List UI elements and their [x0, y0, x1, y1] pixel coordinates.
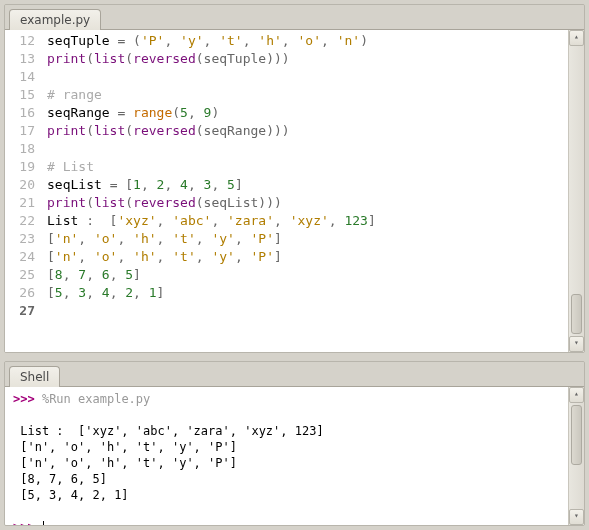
code-line[interactable]	[47, 302, 568, 320]
scroll-thumb[interactable]	[571, 294, 582, 334]
code-area[interactable]: seqTuple = ('P', 'y', 't', 'h', 'o', 'n'…	[43, 30, 568, 352]
scroll-up-icon[interactable]: ▴	[569, 30, 584, 46]
line-number: 22	[5, 212, 35, 230]
line-number: 16	[5, 104, 35, 122]
shell-line: >>>	[13, 519, 564, 525]
code-line[interactable]: seqTuple = ('P', 'y', 't', 'h', 'o', 'n'…	[47, 32, 568, 50]
line-number: 25	[5, 266, 35, 284]
editor-body[interactable]: 12131415161718192021222324252627 seqTupl…	[5, 30, 584, 352]
line-number: 14	[5, 68, 35, 86]
code-line[interactable]	[47, 68, 568, 86]
code-line[interactable]: print(list(reversed(seqList)))	[47, 194, 568, 212]
code-line[interactable]: List : ['xyz', 'abc', 'zara', 'xyz', 123…	[47, 212, 568, 230]
line-number: 17	[5, 122, 35, 140]
shell-body[interactable]: >>> %Run example.py List : ['xyz', 'abc'…	[5, 387, 584, 525]
code-line[interactable]: print(list(reversed(seqTuple)))	[47, 50, 568, 68]
line-number: 23	[5, 230, 35, 248]
shell-line: List : ['xyz', 'abc', 'zara', 'xyz', 123…	[13, 423, 564, 439]
scroll-down-icon[interactable]: ▾	[569, 336, 584, 352]
code-line[interactable]: [5, 3, 4, 2, 1]	[47, 284, 568, 302]
shell-output[interactable]: >>> %Run example.py List : ['xyz', 'abc'…	[5, 387, 568, 525]
shell-tab[interactable]: Shell	[9, 366, 60, 387]
editor-tab[interactable]: example.py	[9, 9, 101, 30]
code-line[interactable]: seqRange = range(5, 9)	[47, 104, 568, 122]
code-line[interactable]: ['n', 'o', 'h', 't', 'y', 'P']	[47, 230, 568, 248]
scroll-thumb[interactable]	[571, 405, 582, 465]
code-line[interactable]: # List	[47, 158, 568, 176]
scroll-up-icon[interactable]: ▴	[569, 387, 584, 403]
line-number: 18	[5, 140, 35, 158]
shell-line: ['n', 'o', 'h', 't', 'y', 'P']	[13, 439, 564, 455]
line-number: 27	[5, 302, 35, 320]
line-gutter: 12131415161718192021222324252627	[5, 30, 43, 352]
shell-tabbar: Shell	[5, 362, 584, 387]
line-number: 19	[5, 158, 35, 176]
line-number: 15	[5, 86, 35, 104]
line-number: 24	[5, 248, 35, 266]
line-number: 26	[5, 284, 35, 302]
shell-scrollbar[interactable]: ▴ ▾	[568, 387, 584, 525]
scroll-down-icon[interactable]: ▾	[569, 509, 584, 525]
shell-line	[13, 407, 564, 423]
scroll-track[interactable]	[569, 467, 584, 509]
code-line[interactable]: print(list(reversed(seqRange)))	[47, 122, 568, 140]
line-number: 20	[5, 176, 35, 194]
editor-pane: example.py 12131415161718192021222324252…	[4, 4, 585, 353]
editor-tabbar: example.py	[5, 5, 584, 30]
shell-pane: Shell >>> %Run example.py List : ['xyz',…	[4, 361, 585, 526]
code-line[interactable]: ['n', 'o', 'h', 't', 'y', 'P']	[47, 248, 568, 266]
editor-scrollbar[interactable]: ▴ ▾	[568, 30, 584, 352]
shell-line: >>> %Run example.py	[13, 391, 564, 407]
shell-line: ['n', 'o', 'h', 't', 'y', 'P']	[13, 455, 564, 471]
scroll-track[interactable]	[569, 46, 584, 292]
line-number: 13	[5, 50, 35, 68]
shell-line: [8, 7, 6, 5]	[13, 471, 564, 487]
line-number: 21	[5, 194, 35, 212]
code-line[interactable]: seqList = [1, 2, 4, 3, 5]	[47, 176, 568, 194]
line-number: 12	[5, 32, 35, 50]
shell-line: [5, 3, 4, 2, 1]	[13, 487, 564, 503]
code-line[interactable]	[47, 140, 568, 158]
code-line[interactable]: # range	[47, 86, 568, 104]
code-line[interactable]: [8, 7, 6, 5]	[47, 266, 568, 284]
shell-line	[13, 503, 564, 519]
